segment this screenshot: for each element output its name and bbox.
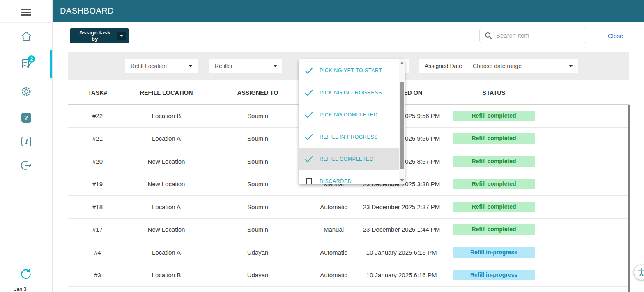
dropdown-scrollbar[interactable] bbox=[399, 59, 405, 184]
status-badge: Refill in-progress bbox=[453, 270, 535, 280]
cell-assigned-on: 10 January 2025 6:16 PM bbox=[357, 271, 446, 278]
status-option-label: REFILL COMPLETED bbox=[320, 156, 373, 162]
cell-assigned-on: 10 January 2025 6:16 PM bbox=[357, 249, 446, 256]
cell-status: Refill completed bbox=[446, 179, 542, 189]
refiller-filter[interactable]: Refiller bbox=[209, 59, 282, 73]
assign-task-by-button[interactable]: Assign task by bbox=[70, 28, 129, 43]
checkmark-icon bbox=[304, 133, 313, 141]
table-row[interactable]: #3 Location B Udayan Automatic 10 Januar… bbox=[68, 264, 629, 287]
option-checkbox[interactable] bbox=[304, 133, 313, 141]
cell-assigned-to: Soumin bbox=[205, 203, 310, 210]
assigned-date-label: Assigned Date bbox=[425, 63, 462, 69]
cell-status: Refill completed bbox=[446, 111, 542, 121]
cell-task-number: #4 bbox=[68, 249, 127, 256]
top-header-bar: DASHBOARD bbox=[53, 0, 644, 22]
cell-refill-location: New Location bbox=[127, 180, 205, 187]
status-badge: Refill completed bbox=[453, 224, 535, 235]
chevron-down-icon bbox=[189, 65, 193, 67]
refresh-icon bbox=[19, 267, 33, 281]
scrollbar-thumb[interactable] bbox=[400, 82, 404, 169]
table-row[interactable]: #18 Location A Soumin Automatic 23 Decem… bbox=[68, 196, 629, 219]
search-box bbox=[479, 28, 586, 43]
table-row[interactable]: #17 New Location Soumin Manual 23 Decemb… bbox=[68, 219, 629, 242]
col-header-assigned-to: ASSIGNED TO bbox=[205, 89, 310, 96]
cell-task-type: Automatic bbox=[310, 271, 357, 278]
sidebar-item-tasks[interactable]: 2 bbox=[0, 50, 52, 78]
close-link[interactable]: Close bbox=[608, 33, 623, 39]
info-icon: i bbox=[21, 137, 31, 146]
cell-status: Refill in-progress bbox=[446, 247, 542, 258]
help-glyph: ? bbox=[24, 114, 28, 121]
cell-task-number: #21 bbox=[68, 135, 127, 142]
cell-status: Refill completed bbox=[446, 133, 542, 144]
cell-refill-location: Location A bbox=[127, 249, 205, 256]
refiller-filter-label: Refiller bbox=[215, 63, 233, 69]
status-option-label: PICKING COMPLETED bbox=[320, 112, 377, 118]
table-row[interactable]: #4 Location A Udayan Automatic 10 Januar… bbox=[68, 241, 629, 264]
table-scrollbar[interactable] bbox=[628, 105, 630, 292]
sidebar-item-help[interactable]: ? bbox=[0, 105, 52, 130]
cell-assigned-to: Udayan bbox=[205, 249, 310, 256]
cell-assigned-to: Soumin bbox=[205, 135, 310, 142]
cell-refill-location: New Location bbox=[127, 226, 205, 233]
status-badge: Refill completed bbox=[453, 202, 535, 212]
cell-assigned-to: Soumin bbox=[205, 112, 310, 119]
option-checkbox[interactable] bbox=[304, 89, 313, 97]
checkmark-icon bbox=[304, 89, 313, 96]
cell-status: Refill in-progress bbox=[446, 270, 542, 280]
accessibility-icon bbox=[637, 267, 644, 277]
status-badge: Refill in-progress bbox=[453, 247, 535, 258]
settings-icon bbox=[21, 86, 32, 97]
status-options-list: PICKING YET TO START PICKING IN-PROGRESS bbox=[299, 59, 399, 184]
option-checkbox[interactable] bbox=[304, 111, 313, 119]
accessibility-button[interactable] bbox=[634, 265, 644, 280]
sidebar-item-info[interactable]: i bbox=[0, 130, 52, 153]
status-option-label: REFILL IN-PROGRESS bbox=[320, 134, 378, 140]
cell-task-type: Manual bbox=[310, 226, 357, 233]
cell-assigned-to: Soumin bbox=[205, 158, 310, 165]
status-option[interactable]: REFILL IN-PROGRESS bbox=[299, 126, 399, 148]
option-checkbox[interactable] bbox=[304, 177, 313, 184]
menu-icon[interactable] bbox=[21, 7, 31, 16]
cell-assigned-to: Soumin bbox=[205, 180, 310, 187]
status-option[interactable]: PICKING COMPLETED bbox=[299, 104, 399, 126]
status-option-label: DISCARDED bbox=[320, 178, 352, 184]
col-header-task: TASK# bbox=[68, 89, 127, 96]
refresh-button[interactable] bbox=[19, 267, 34, 282]
sidebar-item-settings[interactable] bbox=[0, 78, 52, 105]
checkmark-icon bbox=[304, 155, 313, 163]
option-checkbox[interactable] bbox=[304, 155, 313, 163]
status-badge: Refill completed bbox=[453, 179, 535, 189]
cell-task-number: #22 bbox=[68, 112, 127, 119]
cell-refill-location: Location A bbox=[127, 135, 205, 142]
option-checkbox[interactable] bbox=[304, 66, 313, 75]
scroll-up-icon[interactable] bbox=[400, 62, 404, 64]
assigned-date-filter[interactable]: Assigned Date Choose date range bbox=[419, 59, 578, 73]
status-option[interactable]: PICKING IN-PROGRESS bbox=[299, 82, 399, 104]
scroll-down-icon[interactable] bbox=[400, 179, 404, 182]
search-icon bbox=[485, 32, 492, 39]
col-header-refill-location: REFILL LOCATION bbox=[127, 89, 205, 96]
status-option[interactable]: PICKING YET TO START bbox=[299, 59, 399, 82]
cell-task-number: #3 bbox=[68, 271, 127, 278]
status-option[interactable]: DISCARDED bbox=[299, 170, 399, 184]
sidebar-item-logout[interactable] bbox=[0, 153, 52, 177]
refill-location-filter[interactable]: Refill Location bbox=[125, 59, 198, 73]
cell-assigned-to: Udayan bbox=[205, 271, 310, 278]
tasks-badge: 2 bbox=[28, 55, 35, 63]
search-input[interactable] bbox=[496, 32, 578, 39]
info-glyph: i bbox=[25, 138, 28, 145]
logout-icon bbox=[21, 160, 32, 171]
date-range-value: Choose date range bbox=[473, 63, 522, 69]
status-badge: Refill completed bbox=[453, 111, 535, 121]
status-option[interactable]: REFILL COMPLETED bbox=[299, 148, 399, 170]
chevron-down-icon bbox=[120, 35, 123, 37]
cell-task-number: #20 bbox=[68, 158, 127, 165]
chevron-down-icon bbox=[569, 65, 573, 67]
cell-task-type: Automatic bbox=[310, 203, 357, 210]
cell-assigned-to: Soumin bbox=[205, 226, 310, 233]
active-indicator bbox=[50, 50, 52, 78]
sidebar-item-home[interactable] bbox=[0, 23, 52, 50]
cell-status: Refill completed bbox=[446, 224, 542, 235]
status-option-label: PICKING YET TO START bbox=[320, 68, 382, 73]
